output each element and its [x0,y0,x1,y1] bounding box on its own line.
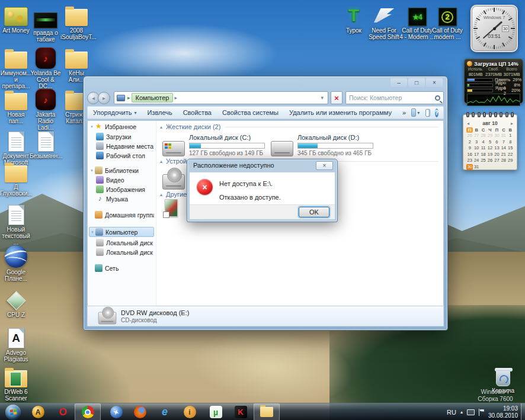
calendar-day-header: П [466,127,473,133]
nav-pictures[interactable]: Изображения [89,184,154,194]
expander-icon[interactable]: ▾ [89,124,95,129]
taskbar-internet-explorer[interactable]: e [153,403,177,420]
taskbar-aimp[interactable]: A [26,403,50,420]
help-button[interactable]: ? [435,108,438,117]
nav-downloads[interactable]: Загрузки [89,132,154,142]
folder-icon [5,52,27,69]
desktop-icon-turok[interactable]: T Турок [338,2,370,34]
eject-button[interactable]: Извлечь [142,107,177,118]
minimize-button[interactable]: – [390,78,407,87]
close-button[interactable]: × [426,78,443,87]
more-commands-button[interactable]: » [397,107,411,118]
nfs-logo-icon [374,8,394,23]
desktop-icon-immunom-folder[interactable]: Иммуном... и препара... [0,45,32,89]
nav-local-disk-c[interactable]: Локальный диск (C:) [89,238,154,248]
expander-icon[interactable]: ▾ [89,168,95,173]
maximize-button[interactable]: □ [408,78,425,87]
desktop-icon-untitled-document[interactable]: Безымянн... [30,128,62,159]
taskbar-utorrent[interactable]: µ [204,403,228,420]
calendar-prev-button[interactable]: ◂ [467,121,469,126]
preview-pane-button[interactable] [425,109,430,117]
other-program-item[interactable] [165,199,178,217]
desktop-icon-cpu-z[interactable]: CPU Z [0,287,32,318]
nav-video[interactable]: Видео [89,175,154,185]
taskbar-firefox[interactable] [128,403,152,420]
show-hidden-icons-button[interactable]: ▴ [460,409,463,415]
chip-icon [7,291,26,310]
expander-icon[interactable]: ▾ [89,230,95,235]
breadcrumb-computer[interactable]: Компьютер [132,93,174,102]
network-tray-icon[interactable] [467,409,475,415]
desktop-icon-new-folder[interactable]: Новая пап... [0,86,32,124]
money-icon [4,7,28,26]
nav-desktop[interactable]: Рабочий стол [89,150,154,161]
desktop-icon-yolanda-mp3[interactable]: ♪ Yolanda Be Cool & DC... [30,45,62,89]
drive-d-item[interactable]: Локальный диск (D:) 345 ГБ свободно из 4… [271,134,373,156]
desktop-icon-glukhovsky-folder[interactable]: Д Глуховски... [0,159,32,197]
properties-button[interactable]: Свойства [178,107,217,118]
desktop-icon-advego-plagiatus[interactable]: A Advego Plagiatus [0,325,32,363]
show-desktop-button[interactable] [521,403,525,420]
desktop-icon-new-text-document[interactable]: Новый текстовый ... [0,201,32,246]
view-dropdown-icon[interactable]: ▾ [416,107,421,118]
calendar-next-button[interactable]: ▸ [511,121,513,126]
nav-favorites[interactable]: ▾★Избранное [89,121,154,132]
group-header-hard-disks[interactable]: ▴ Жесткие диски (2) [160,123,438,130]
calendar-cell: 4 [480,139,486,146]
calendar-gadget[interactable]: ◂ авг 10 ▸ ПВСЧПСВ 262728293031123456789… [463,114,517,170]
taskbar-download-manager[interactable]: i [178,403,201,420]
taskbar-opera[interactable]: O [51,403,75,420]
nav-libraries[interactable]: ▾Библиотеки [89,165,154,175]
free-space-label: 345 ГБ свободно из 465 ГБ [297,150,373,156]
taskbar-kaspersky[interactable]: K [229,403,252,420]
dvd-drive-item[interactable] [162,174,185,190]
taskbar-chrome[interactable] [75,403,101,420]
desktop-icon-pravda-o-tabake[interactable]: правда о табаке [30,5,62,43]
system-properties-button[interactable]: Свойства системы [217,107,284,118]
search-input[interactable] [349,94,435,101]
desktop-icon-cod4[interactable]: ★4 Call of Duty 4 - Modern ... [399,2,435,40]
nav-network[interactable]: Сеть [89,263,154,273]
action-center-flag-icon[interactable] [479,409,484,416]
language-indicator[interactable]: RU [447,409,456,416]
calendar-cell: 24 [473,158,479,164]
nav-local-disk-d[interactable]: Локальный диск (D:) [89,247,154,257]
nav-homegroup[interactable]: Домашняя группа [89,210,154,220]
breadcrumb-bar[interactable]: ▸ Компьютер ▸ ▾ [114,91,328,104]
tray-clock[interactable]: 19:03 30.08.2010 [488,405,518,419]
drive-c-item[interactable]: Локальный диск (C:) 127 ГБ свободно из 1… [162,134,265,156]
capacity-bar [189,143,265,149]
nav-computer[interactable]: ▾Компьютер [89,227,154,237]
address-dropdown-icon[interactable]: ▾ [319,95,325,101]
desktop-icon-drweb-scanner[interactable]: DrWeb 6 Scanner [0,364,32,402]
clock-gadget[interactable]: Windows 7 30 03:51 [470,5,518,52]
nav-recent-places[interactable]: Недавние места [89,141,154,151]
dialog-close-button[interactable]: × [316,161,333,170]
desktop-icon-nfs-shift[interactable]: Need For Speed Shift [366,2,402,40]
stop-refresh-button[interactable]: × [331,91,342,104]
core1-value: 8% [508,82,520,88]
clock-tick [505,43,507,46]
taskbar-safari[interactable] [104,403,128,420]
taskbar-explorer-window[interactable] [254,403,280,420]
uninstall-program-button[interactable]: Удалить или изменить программу [284,107,397,118]
start-button[interactable] [1,403,25,420]
desktop-icon-art-money[interactable]: Art Money [0,2,32,34]
desktop-icon-cod-mw2[interactable]: 2 Call of Duty modern ... [431,2,463,40]
ok-button[interactable]: OK [299,207,329,217]
cpu-history-graph [467,94,520,106]
desktop-icon-google-earth[interactable]: Google Плане... [0,244,32,282]
desktop-icon-2008-folder[interactable]: 2008 iSouljaBoyT... [60,2,92,40]
core2-meter [467,89,493,92]
search-box[interactable] [345,91,444,104]
nav-music[interactable]: ♪Музыка [89,194,154,204]
organize-button[interactable]: Упорядочить▾ [88,107,142,118]
forward-button[interactable]: ▸ [98,92,110,104]
desktop-icon-jakarta-mp3[interactable]: ♪ Jakarta Radio Ladi... [30,86,62,131]
breadcrumb-arrow-icon[interactable]: ▸ [174,95,177,101]
search-icon[interactable] [435,95,440,101]
calendar-cell: 15 [507,145,514,152]
calendar-cell: 28 [500,158,507,164]
change-view-button[interactable] [411,108,416,117]
cpu-meter-gadget[interactable]: Загрузка ЦП 14% Исполь. Своб. Всего 801M… [464,59,523,104]
